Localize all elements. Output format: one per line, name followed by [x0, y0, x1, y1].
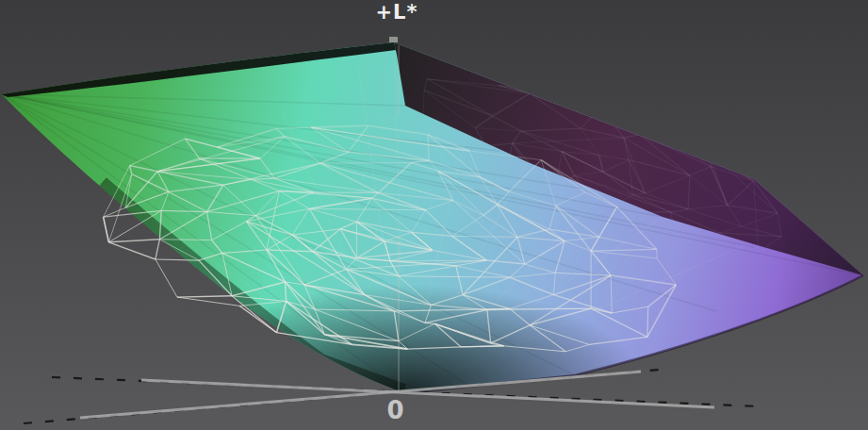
axis-label-lightness: +L*: [376, 1, 418, 24]
white-point-marker: [389, 37, 398, 42]
gamut-viewer-canvas[interactable]: +L* 0: [0, 0, 868, 430]
gamut-3d-render[interactable]: [0, 0, 868, 430]
axis-label-origin: 0: [386, 396, 404, 424]
